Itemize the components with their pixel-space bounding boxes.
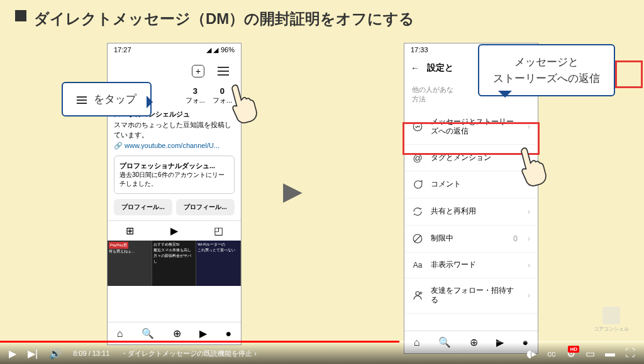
battery-text: 96% <box>221 46 235 54</box>
chapter-title[interactable]: ・ダイレクトメッセージの既読機能を停止 › <box>121 349 257 358</box>
fullscreen-button[interactable]: ⛶ <box>625 348 635 359</box>
status-bar: 17:27 ◢ ◢ 96% <box>108 43 241 56</box>
captions-button[interactable]: ㏄ <box>547 347 557 360</box>
dashboard-card: プロフェッショナルダッシュ... 過去30日間に6件のアカウントにリーチしました… <box>114 156 235 194</box>
count-badge: 0 <box>513 234 518 243</box>
search-icon: 🔍 <box>142 327 154 339</box>
comment-icon <box>412 179 423 190</box>
share-profile-button: プロフィール... <box>176 199 235 215</box>
highlight-hamburger <box>615 60 643 88</box>
play-button[interactable]: ▶ <box>9 348 16 360</box>
callout-select-item: メッセージと ストーリーズへの返信 <box>478 44 615 96</box>
status-right: ◢ ◢ 96% <box>206 46 235 54</box>
text-icon: Aa <box>412 261 423 270</box>
settings-item-restricted: 制限中 0 › <box>404 225 538 253</box>
profile-tabs: ⊞ ▶ ◰ <box>108 220 241 241</box>
add-icon: ⊕ <box>173 327 181 339</box>
reels-tab-icon: ▶ <box>152 225 197 237</box>
callout-tap-hamburger: をタップ <box>62 82 152 117</box>
profile-icon: ● <box>226 328 232 339</box>
slide-title: ダイレクトメッセージ（DM）の開封証明をオフにする <box>0 9 644 29</box>
thumbnail: おすすめ格安SI最近スマホ本体も高し月々の膨張料金がヤバし <box>152 241 197 286</box>
arrow-right-icon: ▶ <box>283 176 303 205</box>
chevron-right-icon: › <box>528 291 530 300</box>
chevron-right-icon: › <box>528 261 530 270</box>
bio-text: スマホのちょっとした豆知識を投稿しています。 <box>114 120 235 140</box>
settings-button[interactable]: ⚙HD <box>567 348 575 360</box>
settings-item-share: 共有と再利用 › <box>404 198 538 225</box>
hd-badge: HD <box>568 346 579 353</box>
next-button[interactable]: ▶| <box>28 348 38 360</box>
settings-item-invite: 友達をフォロー・招待する › <box>404 278 538 314</box>
chevron-right-icon: › <box>528 207 530 216</box>
miniplayer-button[interactable]: ▭ <box>586 348 595 360</box>
thumbnail: Wi-Fiルーターのこれ買っとて置べない <box>196 241 241 286</box>
add-person-icon <box>412 290 423 301</box>
hamburger-mini-icon <box>77 96 87 104</box>
autoplay-toggle[interactable]: ◖▸ <box>526 348 536 360</box>
tagged-tab-icon: ◰ <box>196 225 241 237</box>
edit-profile-button: プロフィール... <box>114 199 172 215</box>
video-frame: ダイレクトメッセージ（DM）の開封証明をオフにする 17:27 ◢ ◢ 96% … <box>0 0 644 364</box>
volume-button[interactable]: 🔊 <box>49 348 62 360</box>
svg-line-2 <box>414 236 421 242</box>
status-time: 17:33 <box>411 46 428 54</box>
status-time: 17:27 <box>114 46 131 54</box>
post-thumbnails: PayPay携何も買えねぇ... おすすめ格安SI最近スマホ本体も高し月々の膨張… <box>108 241 241 286</box>
reels-icon: ▶ <box>199 327 207 339</box>
bio-link: 🔗 www.youtube.com/channel/U... <box>114 140 235 151</box>
dash-title: プロフェッショナルダッシュ... <box>119 161 229 171</box>
settings-item-hidden-words: Aa 非表示ワード › <box>404 253 538 278</box>
add-post-icon: + <box>192 65 204 77</box>
svg-point-3 <box>416 292 419 295</box>
grid-tab-icon: ⊞ <box>108 225 152 237</box>
hamburger-menu-icon[interactable] <box>212 60 235 82</box>
restricted-icon <box>412 233 423 244</box>
channel-logo: コアコンシェル <box>594 307 629 333</box>
settings-title: 設定と <box>427 62 453 74</box>
back-icon: ← <box>411 63 419 73</box>
home-icon: ⌂ <box>117 328 123 339</box>
profile-buttons: プロフィール... プロフィール... <box>108 194 241 220</box>
refresh-icon <box>412 206 423 217</box>
theater-button[interactable]: ▬ <box>605 348 615 359</box>
time-display: 8:09 / 13:11 <box>73 350 109 357</box>
thumbnail: PayPay携何も買えねぇ... <box>108 241 152 286</box>
video-controls: ▶ ▶| 🔊 8:09 / 13:11 ・ダイレクトメッセージの既読機能を停止 … <box>0 343 644 364</box>
chevron-right-icon: › <box>528 234 530 243</box>
dash-text: 過去30日間に6件のアカウントにリーチしました。 <box>119 171 229 188</box>
stat-item: 3フォ... <box>186 86 205 105</box>
